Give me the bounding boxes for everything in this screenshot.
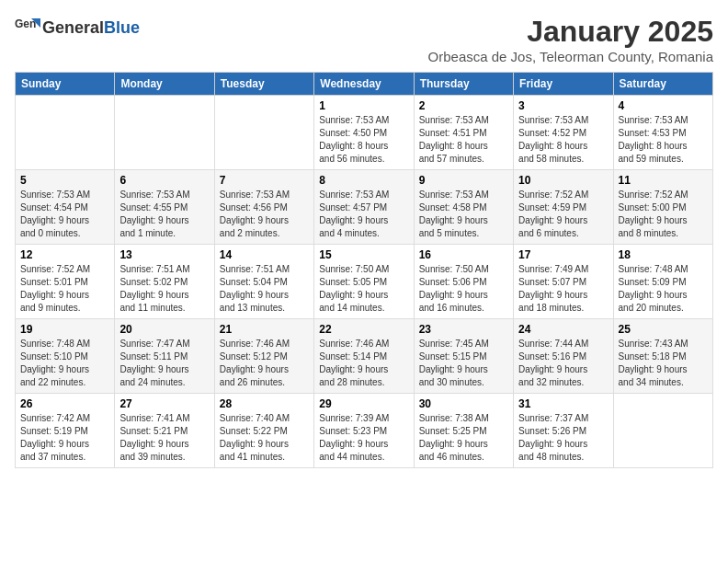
weekday-header-friday: Friday	[514, 73, 613, 96]
day-info: Sunrise: 7:53 AM Sunset: 4:52 PM Dayligh…	[518, 114, 608, 166]
day-number: 25	[619, 323, 708, 336]
day-number: 19	[20, 323, 109, 336]
calendar-cell: 27Sunrise: 7:41 AM Sunset: 5:21 PM Dayli…	[115, 394, 214, 468]
calendar-cell: 21Sunrise: 7:46 AM Sunset: 5:12 PM Dayli…	[214, 319, 313, 394]
weekday-header-row: SundayMondayTuesdayWednesdayThursdayFrid…	[16, 73, 713, 96]
day-info: Sunrise: 7:53 AM Sunset: 4:58 PM Dayligh…	[419, 189, 508, 240]
calendar-cell: 10Sunrise: 7:52 AM Sunset: 4:59 PM Dayli…	[514, 170, 613, 245]
day-info: Sunrise: 7:53 AM Sunset: 4:57 PM Dayligh…	[319, 189, 408, 240]
day-number: 18	[619, 248, 708, 261]
calendar-cell: 29Sunrise: 7:39 AM Sunset: 5:23 PM Dayli…	[314, 394, 414, 468]
calendar-cell: 1Sunrise: 7:53 AM Sunset: 4:50 PM Daylig…	[314, 96, 414, 170]
day-info: Sunrise: 7:53 AM Sunset: 4:50 PM Dayligh…	[319, 114, 408, 166]
weekday-header-monday: Monday	[115, 73, 214, 96]
calendar-table: SundayMondayTuesdayWednesdayThursdayFrid…	[15, 72, 713, 468]
day-number: 1	[319, 99, 408, 112]
calendar-cell: 24Sunrise: 7:44 AM Sunset: 5:16 PM Dayli…	[514, 319, 613, 394]
calendar-week-1: 1Sunrise: 7:53 AM Sunset: 4:50 PM Daylig…	[16, 96, 713, 170]
day-info: Sunrise: 7:39 AM Sunset: 5:23 PM Dayligh…	[319, 412, 408, 464]
day-number: 21	[220, 323, 309, 336]
day-number: 31	[518, 397, 608, 410]
calendar-cell: 23Sunrise: 7:45 AM Sunset: 5:15 PM Dayli…	[414, 319, 513, 394]
day-number: 17	[518, 248, 608, 261]
day-info: Sunrise: 7:52 AM Sunset: 4:59 PM Dayligh…	[518, 189, 608, 240]
day-info: Sunrise: 7:52 AM Sunset: 5:00 PM Dayligh…	[619, 189, 708, 240]
day-number: 12	[20, 248, 109, 261]
calendar-cell: 26Sunrise: 7:42 AM Sunset: 5:19 PM Dayli…	[16, 394, 115, 468]
day-info: Sunrise: 7:46 AM Sunset: 5:12 PM Dayligh…	[220, 338, 309, 389]
day-number: 30	[419, 397, 508, 410]
calendar-cell	[115, 96, 214, 170]
calendar-cell: 2Sunrise: 7:53 AM Sunset: 4:51 PM Daylig…	[414, 96, 513, 170]
calendar-cell: 15Sunrise: 7:50 AM Sunset: 5:05 PM Dayli…	[314, 245, 414, 319]
day-number: 10	[518, 174, 608, 187]
weekday-header-sunday: Sunday	[16, 73, 115, 96]
day-number: 27	[119, 397, 209, 410]
day-info: Sunrise: 7:37 AM Sunset: 5:26 PM Dayligh…	[518, 412, 608, 464]
day-number: 6	[119, 174, 209, 187]
day-info: Sunrise: 7:53 AM Sunset: 4:56 PM Dayligh…	[220, 189, 309, 240]
day-info: Sunrise: 7:53 AM Sunset: 4:54 PM Dayligh…	[20, 189, 109, 240]
day-info: Sunrise: 7:46 AM Sunset: 5:14 PM Dayligh…	[319, 338, 408, 389]
day-number: 15	[319, 248, 408, 261]
calendar-cell: 18Sunrise: 7:48 AM Sunset: 5:09 PM Dayli…	[613, 245, 712, 319]
day-number: 8	[319, 174, 408, 187]
calendar-cell: 9Sunrise: 7:53 AM Sunset: 4:58 PM Daylig…	[414, 170, 513, 245]
day-number: 14	[220, 248, 309, 261]
calendar-week-5: 26Sunrise: 7:42 AM Sunset: 5:19 PM Dayli…	[16, 394, 713, 468]
calendar-cell: 16Sunrise: 7:50 AM Sunset: 5:06 PM Dayli…	[414, 245, 513, 319]
day-info: Sunrise: 7:43 AM Sunset: 5:18 PM Dayligh…	[619, 338, 708, 389]
calendar-cell: 3Sunrise: 7:53 AM Sunset: 4:52 PM Daylig…	[514, 96, 613, 170]
calendar-cell: 13Sunrise: 7:51 AM Sunset: 5:02 PM Dayli…	[115, 245, 214, 319]
calendar-cell: 19Sunrise: 7:48 AM Sunset: 5:10 PM Dayli…	[16, 319, 115, 394]
weekday-header-thursday: Thursday	[414, 73, 513, 96]
location-title: Orbeasca de Jos, Teleorman County, Roman…	[428, 49, 713, 64]
day-number: 28	[220, 397, 309, 410]
title-area: January 2025 Orbeasca de Jos, Teleorman …	[428, 15, 713, 64]
day-number: 16	[419, 248, 508, 261]
day-info: Sunrise: 7:51 AM Sunset: 5:04 PM Dayligh…	[220, 263, 309, 315]
calendar-cell: 8Sunrise: 7:53 AM Sunset: 4:57 PM Daylig…	[314, 170, 414, 245]
day-number: 4	[619, 99, 708, 112]
day-info: Sunrise: 7:42 AM Sunset: 5:19 PM Dayligh…	[20, 412, 109, 464]
weekday-header-saturday: Saturday	[613, 73, 712, 96]
day-info: Sunrise: 7:52 AM Sunset: 5:01 PM Dayligh…	[20, 263, 109, 315]
calendar-cell: 11Sunrise: 7:52 AM Sunset: 5:00 PM Dayli…	[613, 170, 712, 245]
calendar-cell: 12Sunrise: 7:52 AM Sunset: 5:01 PM Dayli…	[16, 245, 115, 319]
calendar-cell: 22Sunrise: 7:46 AM Sunset: 5:14 PM Dayli…	[314, 319, 414, 394]
day-info: Sunrise: 7:44 AM Sunset: 5:16 PM Dayligh…	[518, 338, 608, 389]
calendar-cell: 5Sunrise: 7:53 AM Sunset: 4:54 PM Daylig…	[16, 170, 115, 245]
day-info: Sunrise: 7:48 AM Sunset: 5:10 PM Dayligh…	[20, 338, 109, 389]
month-title: January 2025	[428, 15, 713, 49]
day-info: Sunrise: 7:53 AM Sunset: 4:55 PM Dayligh…	[119, 189, 209, 240]
header: Gen GeneralBlue January 2025 Orbeasca de…	[15, 15, 713, 64]
logo-icon: Gen	[15, 15, 40, 40]
day-number: 26	[20, 397, 109, 410]
day-info: Sunrise: 7:47 AM Sunset: 5:11 PM Dayligh…	[119, 338, 209, 389]
logo: Gen GeneralBlue	[15, 15, 140, 40]
calendar-cell: 28Sunrise: 7:40 AM Sunset: 5:22 PM Dayli…	[214, 394, 313, 468]
day-info: Sunrise: 7:40 AM Sunset: 5:22 PM Dayligh…	[220, 412, 309, 464]
calendar-cell	[214, 96, 313, 170]
day-number: 29	[319, 397, 408, 410]
calendar-cell: 25Sunrise: 7:43 AM Sunset: 5:18 PM Dayli…	[613, 319, 712, 394]
calendar-cell: 17Sunrise: 7:49 AM Sunset: 5:07 PM Dayli…	[514, 245, 613, 319]
calendar-week-4: 19Sunrise: 7:48 AM Sunset: 5:10 PM Dayli…	[16, 319, 713, 394]
calendar-week-2: 5Sunrise: 7:53 AM Sunset: 4:54 PM Daylig…	[16, 170, 713, 245]
day-info: Sunrise: 7:45 AM Sunset: 5:15 PM Dayligh…	[419, 338, 508, 389]
calendar-cell: 20Sunrise: 7:47 AM Sunset: 5:11 PM Dayli…	[115, 319, 214, 394]
day-info: Sunrise: 7:53 AM Sunset: 4:53 PM Dayligh…	[619, 114, 708, 166]
weekday-header-wednesday: Wednesday	[314, 73, 414, 96]
day-number: 22	[319, 323, 408, 336]
day-number: 2	[419, 99, 508, 112]
calendar-cell: 14Sunrise: 7:51 AM Sunset: 5:04 PM Dayli…	[214, 245, 313, 319]
day-number: 7	[220, 174, 309, 187]
calendar-cell: 30Sunrise: 7:38 AM Sunset: 5:25 PM Dayli…	[414, 394, 513, 468]
weekday-header-tuesday: Tuesday	[214, 73, 313, 96]
logo-general: General	[42, 18, 104, 37]
calendar-cell: 6Sunrise: 7:53 AM Sunset: 4:55 PM Daylig…	[115, 170, 214, 245]
day-number: 23	[419, 323, 508, 336]
day-info: Sunrise: 7:50 AM Sunset: 5:06 PM Dayligh…	[419, 263, 508, 315]
day-number: 3	[518, 99, 608, 112]
day-info: Sunrise: 7:38 AM Sunset: 5:25 PM Dayligh…	[419, 412, 508, 464]
